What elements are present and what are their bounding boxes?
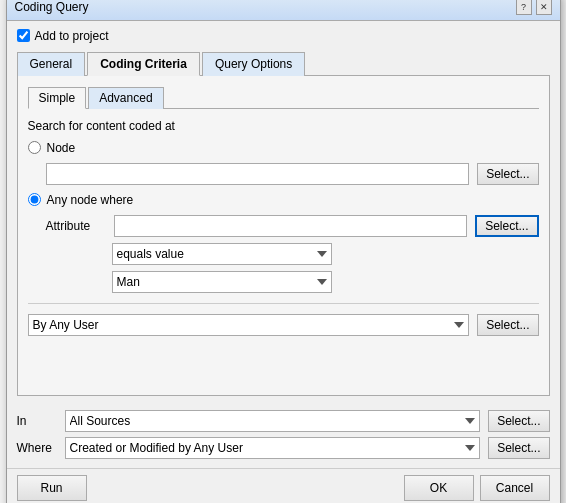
in-label: In [17, 414, 57, 428]
title-controls: ? ✕ [516, 0, 552, 15]
window-title: Coding Query [15, 0, 89, 14]
separator [28, 303, 539, 304]
help-button[interactable]: ? [516, 0, 532, 15]
man-dropdown[interactable]: Man Vrouw [112, 271, 332, 293]
title-bar-left: Coding Query [15, 0, 89, 14]
any-node-radio[interactable] [28, 193, 41, 206]
node-radio[interactable] [28, 141, 41, 154]
node-select-button[interactable]: Select... [477, 163, 538, 185]
footer: Run OK Cancel [7, 468, 560, 504]
close-button[interactable]: ✕ [536, 0, 552, 15]
add-to-project-label: Add to project [35, 29, 109, 43]
attribute-row: Attribute Respondent:Geslacht Select... [46, 215, 539, 237]
tab-query-options[interactable]: Query Options [202, 52, 305, 76]
where-dropdown[interactable]: Created or Modified by Any User Created … [65, 437, 481, 459]
where-select-button[interactable]: Select... [488, 437, 549, 459]
in-dropdown[interactable]: All Sources Selected Items [65, 410, 481, 432]
attribute-label: Attribute [46, 219, 106, 233]
add-to-project-row: Add to project [17, 29, 550, 43]
node-input-row: Select... [46, 163, 539, 185]
tab-general[interactable]: General [17, 52, 86, 76]
sub-tab-bar: Simple Advanced [28, 86, 539, 109]
run-button[interactable]: Run [17, 475, 87, 501]
ok-button[interactable]: OK [404, 475, 474, 501]
man-dropdown-row: Man Vrouw [112, 271, 539, 293]
sub-tab-advanced[interactable]: Advanced [88, 87, 163, 109]
tab-coding-criteria[interactable]: Coding Criteria [87, 52, 200, 76]
any-node-radio-label: Any node where [47, 193, 134, 207]
user-select-button[interactable]: Select... [477, 314, 538, 336]
user-row: By Any User By Specific User Select... [28, 314, 539, 336]
tab-bar: General Coding Criteria Query Options [17, 51, 550, 76]
search-label: Search for content coded at [28, 119, 539, 133]
node-radio-row: Node [28, 141, 539, 155]
equals-dropdown[interactable]: equals value not equals value contains d… [112, 243, 332, 265]
equals-dropdown-row: equals value not equals value contains d… [112, 243, 539, 265]
any-node-radio-row: Any node where [28, 193, 539, 207]
in-row: In All Sources Selected Items Select... [17, 410, 550, 432]
sub-tab-simple[interactable]: Simple [28, 87, 87, 109]
cancel-button[interactable]: Cancel [480, 475, 550, 501]
node-input[interactable] [46, 163, 470, 185]
where-label: Where [17, 441, 57, 455]
tab-content: Simple Advanced Search for content coded… [17, 76, 550, 396]
attribute-input[interactable]: Respondent:Geslacht [114, 215, 468, 237]
title-bar: Coding Query ? ✕ [7, 0, 560, 21]
window-body: Add to project General Coding Criteria Q… [7, 21, 560, 404]
main-window: Coding Query ? ✕ Add to project General … [6, 0, 561, 503]
attribute-select-button[interactable]: Select... [475, 215, 538, 237]
bottom-rows: In All Sources Selected Items Select... … [7, 404, 560, 468]
add-to-project-checkbox[interactable] [17, 29, 30, 42]
node-radio-label: Node [47, 141, 76, 155]
in-select-button[interactable]: Select... [488, 410, 549, 432]
user-dropdown[interactable]: By Any User By Specific User [28, 314, 470, 336]
footer-right: OK Cancel [404, 475, 550, 501]
where-row: Where Created or Modified by Any User Cr… [17, 437, 550, 459]
